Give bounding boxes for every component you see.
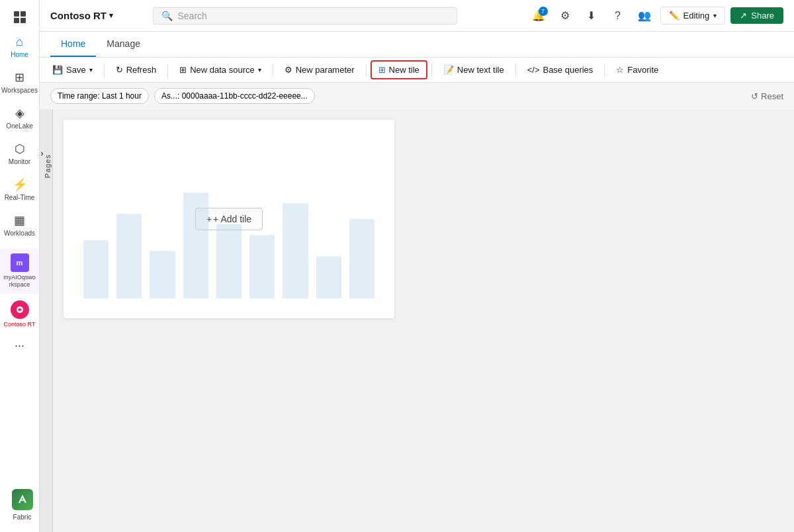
sidebar-realtime-label: Real-Time <box>5 194 35 201</box>
contoso-icon <box>11 300 29 319</box>
bar-8 <box>316 256 341 298</box>
new-tile-label: New tile <box>389 65 419 75</box>
sidebar-workspaces-label: Workspaces <box>1 87 38 94</box>
grid-icon <box>14 11 26 23</box>
monitor-icon: ⬡ <box>15 142 25 156</box>
bar-7 <box>283 203 308 298</box>
favorite-icon: ☆ <box>616 65 624 75</box>
notification-button[interactable]: 🔔 7 <box>528 5 549 26</box>
sidebar-item-realtime[interactable]: ⚡ Real-Time <box>0 172 39 206</box>
notification-badge: 7 <box>539 7 548 16</box>
datasource-icon: ⊞ <box>179 65 187 75</box>
search-placeholder: Search <box>178 11 207 21</box>
home-icon: ⌂ <box>16 35 23 49</box>
realtime-icon: ⚡ <box>13 177 27 192</box>
share-button[interactable]: ↗ Share <box>730 7 783 24</box>
new-parameter-button[interactable]: ⚙ New parameter <box>277 61 362 79</box>
refresh-icon: ↻ <box>116 65 123 75</box>
divider-3 <box>273 64 273 77</box>
tab-manage[interactable]: Manage <box>96 32 151 57</box>
divider-7 <box>604 64 605 77</box>
topbar-right: 🔔 7 ⚙ ⬇ ? 👥 ✏️ Editing ▾ ↗ Share <box>528 5 783 26</box>
share-label: Share <box>751 11 774 21</box>
sidebar-item-workspaces[interactable]: ⊞ Workspaces <box>0 65 39 99</box>
fabric-label: Fabric <box>13 513 32 521</box>
onelake-icon: ◈ <box>15 106 24 120</box>
sidebar-item-monitor[interactable]: ⬡ Monitor <box>0 136 39 171</box>
reset-label: Reset <box>761 91 783 101</box>
sidebar-item-onelake[interactable]: ◈ OneLake <box>0 101 39 135</box>
save-button[interactable]: 💾 Save ▾ <box>45 61 100 79</box>
pages-label: Pages <box>44 154 52 178</box>
help-icon: ? <box>615 10 621 22</box>
favorite-button[interactable]: ☆ Favorite <box>609 61 666 79</box>
new-datasource-label: New data source <box>190 65 255 75</box>
queries-icon: </> <box>527 65 540 75</box>
new-text-tile-label: New text tile <box>457 65 504 75</box>
sidebar: ⌂ Home ⊞ Workspaces ◈ OneLake ⬡ Monitor … <box>0 0 40 532</box>
divider-4 <box>366 64 367 77</box>
search-box[interactable]: 🔍 Search <box>153 7 457 24</box>
parameter-icon: ⚙ <box>285 65 292 75</box>
settings-button[interactable]: ⚙ <box>554 5 576 26</box>
bar-3 <box>150 251 175 298</box>
sidebar-item-workspace[interactable]: m myAIOqsworkspace <box>0 248 39 294</box>
toolbar: 💾 Save ▾ ↻ Refresh ⊞ New data source ▾ ⚙… <box>40 58 794 83</box>
sidebar-item-contoso[interactable]: Contoso RT <box>0 295 39 333</box>
save-chevron: ▾ <box>89 66 93 73</box>
sidebar-home-label: Home <box>11 51 28 58</box>
sidebar-item-grid[interactable] <box>0 6 39 28</box>
app-name-text: Contoso RT <box>50 10 107 21</box>
save-label: Save <box>66 65 86 75</box>
reset-icon: ↺ <box>751 91 758 101</box>
workloads-icon: ▦ <box>14 213 25 228</box>
fabric-icon <box>12 489 33 510</box>
dashboard-tile: + + Add tile <box>64 120 394 318</box>
editing-button[interactable]: ✏️ Editing ▾ <box>660 7 726 24</box>
bar-chart <box>83 193 375 298</box>
pages-toggle[interactable]: › Pages <box>40 109 53 532</box>
pages-expand-icon: › <box>41 149 44 158</box>
sidebar-more-button[interactable]: ··· <box>9 333 30 358</box>
reset-button[interactable]: ↺ Reset <box>751 91 783 101</box>
divider-5 <box>431 64 432 77</box>
as-filter[interactable]: As...: 0000aaaa-11bb-cccc-dd22-eeeee... <box>154 88 315 104</box>
download-button[interactable]: ⬇ <box>581 5 602 26</box>
filter-bar: Time range: Last 1 hour As...: 0000aaaa-… <box>40 83 794 109</box>
time-range-filter[interactable]: Time range: Last 1 hour <box>50 88 149 104</box>
new-tile-button[interactable]: ⊞ New tile <box>371 60 427 79</box>
people-icon: 👥 <box>638 9 651 22</box>
sidebar-item-home[interactable]: ⌂ Home <box>0 30 39 64</box>
app-name[interactable]: Contoso RT ▾ <box>50 10 113 21</box>
contoso-label: Contoso RT <box>4 321 36 328</box>
editing-chevron: ▾ <box>713 12 717 19</box>
main-content: Contoso RT ▾ 🔍 Search 🔔 7 ⚙ ⬇ ? 👥 <box>40 0 794 532</box>
base-queries-button[interactable]: </> Base queries <box>520 61 601 79</box>
help-button[interactable]: ? <box>607 5 629 26</box>
datasource-chevron: ▾ <box>258 66 261 73</box>
divider-1 <box>104 64 105 77</box>
save-icon: 💾 <box>52 65 63 75</box>
new-parameter-label: New parameter <box>296 65 355 75</box>
workspaces-icon: ⊞ <box>15 70 24 85</box>
as-filter-label: As...: 0000aaaa-11bb-cccc-dd22-eeeee... <box>161 91 308 101</box>
workspace-label: myAIOqsworkspace <box>3 274 36 288</box>
people-button[interactable]: 👥 <box>634 5 655 26</box>
sidebar-item-fabric[interactable]: Fabric <box>7 484 38 526</box>
search-icon: 🔍 <box>161 11 173 21</box>
time-range-label: Time range: Last 1 hour <box>58 91 142 101</box>
refresh-label: Refresh <box>126 65 157 75</box>
sidebar-bottom: Fabric <box>4 483 36 527</box>
divider-6 <box>515 64 516 77</box>
refresh-button[interactable]: ↻ Refresh <box>109 61 164 79</box>
bar-5 <box>216 224 242 298</box>
dashboard-canvas: + + Add tile <box>53 109 794 532</box>
workspace-avatar: m <box>11 253 29 272</box>
edit-icon: ✏️ <box>669 11 680 21</box>
tab-home[interactable]: Home <box>50 32 96 57</box>
bar-9 <box>349 219 375 298</box>
new-text-tile-button[interactable]: 📝 New text tile <box>436 61 511 79</box>
new-datasource-button[interactable]: ⊞ New data source ▾ <box>172 61 269 79</box>
sidebar-item-workloads[interactable]: ▦ Workloads <box>0 208 39 242</box>
canvas-area: › Pages + <box>40 109 794 532</box>
